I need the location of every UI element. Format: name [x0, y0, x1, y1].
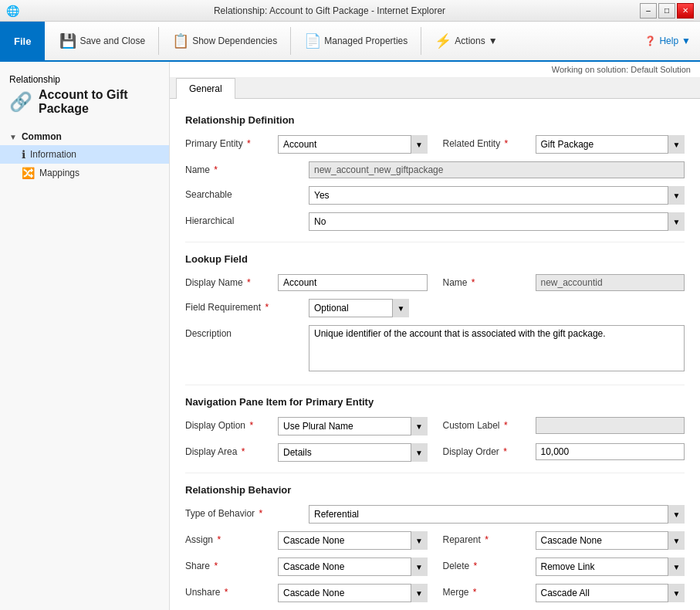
display-area-select-wrapper: Details ▼	[278, 443, 428, 462]
display-option-select[interactable]: Use Plural Name	[278, 417, 428, 435]
reparent-required: *	[485, 534, 489, 545]
field-req-select-wrapper: Optional Required ▼	[309, 299, 409, 317]
field-req-control: Optional Required ▼	[309, 299, 685, 317]
unshare-select[interactable]: Cascade None	[278, 584, 428, 602]
share-select[interactable]: Cascade None	[278, 557, 428, 576]
lookup-name-input[interactable]	[536, 274, 685, 291]
merge-field: Merge * Cascade All ▼	[443, 584, 685, 602]
delete-label: Delete *	[443, 557, 536, 571]
actions-icon: ⚡	[435, 32, 451, 49]
managed-props-label: Managed Properties	[324, 36, 407, 46]
related-entity-select[interactable]: Gift Package	[536, 135, 685, 154]
name-input[interactable]	[309, 161, 685, 178]
searchable-control: Yes No ▼	[309, 186, 685, 205]
managed-icon: 📄	[304, 32, 321, 49]
actions-button[interactable]: ⚡ Actions ▼	[426, 24, 506, 58]
sidebar-common-header[interactable]: ▼ Common	[0, 128, 169, 145]
merge-required: *	[473, 587, 477, 598]
ribbon: File 💾 Save and Close 📋 Show Dependencie…	[0, 22, 700, 62]
type-of-behavior-control: Referential ▼	[309, 505, 685, 524]
display-option-select-wrapper: Use Plural Name ▼	[278, 417, 428, 435]
type-of-behavior-row: Type of Behavior * Referential ▼	[185, 505, 685, 524]
reparent-select[interactable]: Cascade None	[536, 531, 685, 550]
lookup-display-name-input[interactable]	[278, 274, 428, 291]
display-area-select[interactable]: Details	[278, 443, 428, 462]
merge-select[interactable]: Cascade All	[536, 584, 685, 602]
primary-entity-field: Primary Entity * Account ▼	[185, 135, 428, 154]
searchable-select[interactable]: Yes No	[309, 186, 685, 205]
custom-label-required: *	[504, 420, 508, 431]
window-title: Relationship: Account to Gift Package - …	[19, 5, 640, 16]
lookup-name-control	[536, 274, 685, 291]
divider-1	[185, 242, 685, 242]
type-of-behavior-select[interactable]: Referential	[309, 505, 685, 524]
show-dependencies-button[interactable]: 📋 Show Dependencies	[164, 24, 286, 58]
assign-select[interactable]: Cascade None	[278, 531, 428, 550]
unshare-required: *	[225, 587, 228, 598]
show-deps-label: Show Dependencies	[192, 36, 277, 46]
share-required: *	[214, 561, 218, 571]
managed-props-button[interactable]: 📄 Managed Properties	[296, 24, 416, 58]
field-req-row: Field Requirement * Optional Required ▼	[185, 299, 685, 317]
related-entity-required: *	[505, 138, 509, 149]
assign-reparent-row: Assign * Cascade None ▼ Repa	[185, 531, 685, 550]
delete-select[interactable]: Remove Link	[536, 557, 685, 576]
form-area: Relationship Definition Primary Entity *…	[170, 99, 700, 610]
tab-bar: General	[170, 78, 700, 99]
description-label: Description	[185, 325, 309, 339]
primary-related-entity-row: Primary Entity * Account ▼ R	[185, 135, 685, 154]
description-control: Unique identifier of the account that is…	[309, 325, 685, 374]
searchable-row: Searchable Yes No ▼	[185, 186, 685, 205]
lookup-name-required: *	[472, 277, 475, 288]
sidebar-item-mappings-label: Mappings	[39, 168, 79, 178]
custom-label-control	[536, 417, 685, 434]
type-of-behavior-required: *	[259, 508, 262, 519]
help-chevron-icon: ▼	[681, 36, 691, 46]
hierarchical-select[interactable]: No Yes	[309, 212, 685, 231]
name-control	[309, 161, 685, 178]
close-button[interactable]: ✕	[677, 3, 694, 19]
unshare-field: Unshare * Cascade None ▼	[185, 584, 428, 602]
primary-entity-label: Primary Entity *	[185, 135, 278, 149]
searchable-label: Searchable	[185, 186, 309, 200]
display-option-required: *	[249, 420, 253, 431]
related-entity-label: Related Entity *	[443, 135, 536, 149]
help-button[interactable]: ❓ Help ▼	[644, 36, 700, 46]
type-of-behavior-select-wrapper: Referential ▼	[309, 505, 685, 524]
custom-label-input[interactable]	[536, 417, 685, 434]
main-layout: Relationship 🔗 Account to Gift Package ▼…	[0, 62, 700, 610]
description-textarea[interactable]: Unique identifier of the account that is…	[309, 325, 685, 371]
reparent-label: Reparent *	[443, 531, 536, 545]
breadcrumb-text: Relationship	[9, 74, 60, 85]
help-label: Help	[659, 36, 678, 46]
sidebar-item-mappings[interactable]: 🔀 Mappings	[0, 164, 169, 182]
share-label: Share *	[185, 557, 278, 571]
ie-icon: 🌐	[6, 5, 19, 17]
minimize-button[interactable]: –	[640, 3, 657, 19]
solution-bar: Working on solution: Default Solution	[170, 62, 700, 78]
merge-label: Merge *	[443, 584, 536, 598]
delete-required: *	[474, 561, 478, 571]
display-order-input[interactable]	[536, 443, 685, 460]
file-button[interactable]: File	[0, 22, 45, 60]
field-req-label: Field Requirement *	[185, 299, 309, 313]
field-req-required: *	[265, 302, 269, 313]
tab-general[interactable]: General	[176, 78, 235, 99]
display-area-control: Details ▼	[278, 443, 428, 462]
lookup-name-field: Name *	[443, 274, 685, 291]
display-order-label: Display Order *	[443, 443, 536, 457]
ribbon-actions: 💾 Save and Close 📋 Show Dependencies 📄 M…	[45, 24, 512, 58]
save-close-button[interactable]: 💾 Save and Close	[51, 24, 154, 58]
custom-label-label: Custom Label *	[443, 417, 536, 431]
content-area: Working on solution: Default Solution Ge…	[170, 62, 700, 610]
title-bar: 🌐 Relationship: Account to Gift Package …	[0, 0, 700, 22]
restore-button[interactable]: □	[658, 3, 675, 19]
primary-entity-control: Account ▼	[278, 135, 428, 154]
lookup-display-name-control	[278, 274, 428, 291]
primary-entity-select[interactable]: Account	[278, 135, 428, 154]
field-req-select[interactable]: Optional Required	[309, 299, 409, 317]
merge-select-wrapper: Cascade All ▼	[536, 584, 685, 602]
primary-entity-required: *	[247, 138, 251, 149]
sidebar-item-information[interactable]: ℹ Information	[0, 145, 169, 164]
lookup-display-name-row: Display Name * Name *	[185, 274, 685, 291]
